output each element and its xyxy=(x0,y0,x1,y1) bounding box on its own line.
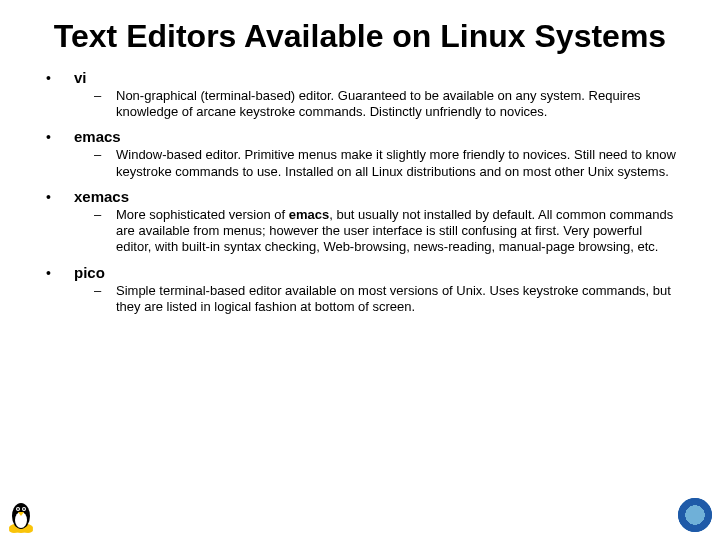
item-desc-row: – More sophisticated version of emacs, b… xyxy=(40,207,680,256)
dash-icon: – xyxy=(94,283,116,298)
dash-icon: – xyxy=(94,147,116,162)
item-desc: Window-based editor. Primitive menus mak… xyxy=(116,147,680,180)
list-item: • emacs – Window-based editor. Primitive… xyxy=(40,128,680,180)
editor-name: pico xyxy=(74,264,105,281)
slide-title: Text Editors Available on Linux Systems xyxy=(40,18,680,55)
dash-icon: – xyxy=(94,207,116,222)
list-item: • vi – Non-graphical (terminal-based) ed… xyxy=(40,69,680,121)
item-desc-row: – Non-graphical (terminal-based) editor.… xyxy=(40,88,680,121)
svg-point-5 xyxy=(17,508,19,510)
dash-icon: – xyxy=(94,88,116,103)
tux-icon xyxy=(6,498,36,534)
editor-list: • vi – Non-graphical (terminal-based) ed… xyxy=(40,69,680,315)
list-item: • pico – Simple terminal-based editor av… xyxy=(40,264,680,316)
item-desc-row: – Simple terminal-based editor available… xyxy=(40,283,680,316)
editor-name: emacs xyxy=(74,128,121,145)
item-header: • pico xyxy=(40,264,680,281)
svg-point-6 xyxy=(23,508,25,510)
item-header: • vi xyxy=(40,69,680,86)
list-item: • xemacs – More sophisticated version of… xyxy=(40,188,680,256)
svg-point-8 xyxy=(23,527,33,533)
slide-body: Text Editors Available on Linux Systems … xyxy=(0,0,720,315)
item-header: • xemacs xyxy=(40,188,680,205)
desc-bold: emacs xyxy=(289,207,329,222)
editor-name: vi xyxy=(74,69,87,86)
item-desc: Non-graphical (terminal-based) editor. G… xyxy=(116,88,680,121)
item-desc-row: – Window-based editor. Primitive menus m… xyxy=(40,147,680,180)
item-desc: More sophisticated version of emacs, but… xyxy=(116,207,680,256)
item-header: • emacs xyxy=(40,128,680,145)
svg-point-7 xyxy=(9,527,19,533)
bullet-icon: • xyxy=(40,70,74,86)
seal-icon xyxy=(678,498,712,532)
bullet-icon: • xyxy=(40,265,74,281)
bullet-icon: • xyxy=(40,189,74,205)
item-desc: Simple terminal-based editor available o… xyxy=(116,283,680,316)
desc-pre: More sophisticated version of xyxy=(116,207,289,222)
bullet-icon: • xyxy=(40,129,74,145)
editor-name: xemacs xyxy=(74,188,129,205)
